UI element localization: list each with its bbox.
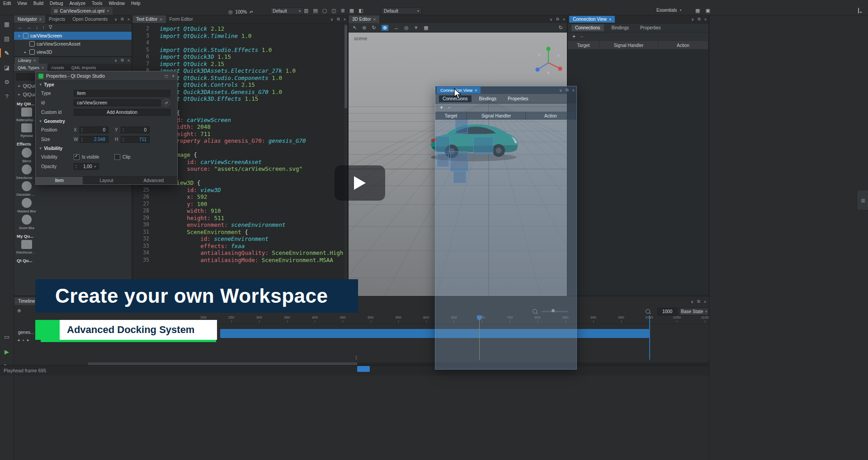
record-keyframe-icon[interactable]: ● xyxy=(22,338,24,342)
library-tab-qml-types[interactable]: QML Types× xyxy=(14,64,47,71)
chevron-down-icon[interactable]: ∨ xyxy=(559,88,562,93)
expand-plus-icon[interactable]: + xyxy=(18,92,20,97)
zoom-target-icon[interactable]: ◎ xyxy=(228,8,233,16)
float-panel-icon[interactable]: ⧉ xyxy=(337,17,340,22)
float-panel-icon[interactable]: ⧉ xyxy=(556,17,559,22)
toolbar-layout-icon[interactable]: ▣ xyxy=(705,8,710,14)
library-item-electriccar-27[interactable]: Electriccar_27... xyxy=(16,240,37,254)
workspace-grid-icon[interactable]: ▦ xyxy=(0,19,14,29)
zoom-in-icon[interactable] xyxy=(646,309,650,314)
id-input[interactable]: carViewScreen xyxy=(74,99,160,106)
arrow-down-icon[interactable]: ↓ xyxy=(36,24,38,30)
settings-gear-icon[interactable]: ⚙ xyxy=(0,76,14,87)
library-item-directional-blur[interactable]: Directional Blur xyxy=(16,164,37,180)
splitter-collapse-icon[interactable]: ∧∧ xyxy=(350,356,362,361)
zoom-stepper-icon[interactable]: ▴▾ xyxy=(250,8,253,16)
float-panel-icon[interactable]: ⧉ xyxy=(121,17,123,22)
menu-view[interactable]: View xyxy=(14,0,30,7)
chevron-down-icon[interactable]: ∨ xyxy=(691,300,694,304)
close-icon[interactable]: × xyxy=(33,58,36,63)
rotate-tool-icon[interactable]: ↻ xyxy=(372,25,376,31)
remove-connection-icon[interactable]: − xyxy=(448,104,451,111)
connection-table-body[interactable] xyxy=(568,49,708,296)
add-keyframe-icon[interactable]: ⊕ xyxy=(17,308,21,313)
floating-connection-tab-properties[interactable]: Properties xyxy=(504,95,532,102)
library-item-batterydisplay[interactable]: Batterydisplay xyxy=(16,108,37,122)
run-icon[interactable]: ▶ xyxy=(0,346,14,357)
axis-gizmo[interactable] xyxy=(533,45,565,76)
scrollbar-thumb[interactable] xyxy=(344,25,347,108)
chevron-down-icon[interactable]: ∨ xyxy=(39,146,42,150)
close-icon[interactable]: × xyxy=(344,17,346,22)
chevron-down-icon[interactable]: ∨ xyxy=(39,119,42,123)
add-connection-icon[interactable]: + xyxy=(440,104,443,111)
arrow-right-icon[interactable]: → xyxy=(27,24,32,30)
close-icon[interactable]: × xyxy=(373,17,376,22)
help-icon[interactable]: ? xyxy=(0,91,14,102)
library-item-rpmdial[interactable]: Rpmdial xyxy=(16,123,37,138)
snap-toggle-icon[interactable]: ◎ xyxy=(404,25,409,31)
close-icon[interactable]: × xyxy=(475,88,477,93)
connection-tab-bindings[interactable]: Bindings xyxy=(608,24,632,31)
float-panel-icon[interactable]: ⧉ xyxy=(698,17,700,22)
chevron-down-icon[interactable]: ∨ xyxy=(550,17,553,22)
add-connection-icon[interactable]: + xyxy=(572,33,576,40)
arrow-up-icon[interactable]: ↑ xyxy=(42,24,45,30)
library-tab-assets[interactable]: Assets xyxy=(47,64,68,71)
close-icon[interactable]: × xyxy=(160,17,162,22)
menu-analyze[interactable]: Analyze xyxy=(66,0,89,7)
dialog-tab-item[interactable]: Item xyxy=(36,177,83,184)
close-icon[interactable]: × xyxy=(704,17,707,22)
group-select-tool-icon[interactable]: ⊚ xyxy=(362,25,366,31)
clip-checkbox[interactable] xyxy=(114,154,120,160)
library-item-blend[interactable]: Blend xyxy=(16,148,37,163)
design-mode-icon[interactable]: ✎ xyxy=(0,47,14,58)
connection-table-body[interactable] xyxy=(435,120,576,369)
video-play-button[interactable] xyxy=(335,165,385,201)
library-item-zoom-blur[interactable]: Zoom Blur xyxy=(16,215,37,230)
maximize-icon[interactable]: □ xyxy=(165,74,168,79)
dialog-tab-layout[interactable]: Layout xyxy=(83,177,130,184)
menu-help[interactable]: Help xyxy=(128,0,144,7)
navigator-tab-projects[interactable]: Projects xyxy=(45,15,69,23)
filter-funnel-icon[interactable]: ∇ xyxy=(49,24,52,30)
menu-tools[interactable]: Tools xyxy=(89,0,105,7)
collapsed-dock-tab[interactable]: ▥ xyxy=(857,190,868,211)
tab-3d-editor[interactable]: 3D Editor × xyxy=(349,15,379,23)
menu-window[interactable]: Window xyxy=(105,0,128,7)
toolbar-grid-icon[interactable]: ▦ xyxy=(349,8,354,14)
add-annotation-button[interactable]: Add Annotation xyxy=(74,109,170,116)
chevron-down-icon[interactable]: ∨ xyxy=(114,58,118,63)
light-toggle-icon[interactable]: ☀ xyxy=(414,25,418,31)
library-tab-qml-imports[interactable]: QML Imports xyxy=(68,64,100,71)
editor-tab-form-editor[interactable]: Form Editor xyxy=(166,15,197,23)
library-header-tab[interactable]: Library × xyxy=(15,57,39,64)
connection-tab-properties[interactable]: Properties xyxy=(637,24,665,31)
float-panel-icon[interactable]: ⧉ xyxy=(121,58,123,63)
move-tool-icon[interactable]: ⊕ xyxy=(382,25,388,31)
menu-edit[interactable]: Edit xyxy=(0,0,14,7)
close-icon[interactable]: × xyxy=(127,17,130,22)
expand-arrow-icon[interactable]: ▸ xyxy=(23,50,28,54)
reset-icon[interactable]: ↺ xyxy=(162,99,170,107)
tree-item-carviewscreen[interactable]: ▾carViewScreen xyxy=(14,32,132,40)
close-icon[interactable]: × xyxy=(572,88,575,93)
chevron-down-icon[interactable]: ∨ xyxy=(39,83,42,86)
floating-connection-tab-bindings[interactable]: Bindings xyxy=(476,95,500,102)
workspace-select[interactable]: Essentials xyxy=(656,8,677,13)
navigator-tab-open-documents[interactable]: Open Documents xyxy=(69,15,111,23)
tab-connection-view[interactable]: Connection View × xyxy=(569,16,615,23)
tree-item-view3d[interactable]: ▸view3D xyxy=(14,48,132,56)
theme-select[interactable]: Default ▾ xyxy=(381,7,422,14)
workspace-screen-icon[interactable]: ▭ xyxy=(0,331,14,342)
close-icon[interactable]: × xyxy=(107,9,109,13)
document-tab[interactable]: ▤ CarViewScreen.ui.qml × xyxy=(51,7,113,15)
reset-view-icon[interactable]: ↻ xyxy=(559,25,563,31)
expand-plus-icon[interactable]: + xyxy=(18,84,20,89)
opacity-spinbox[interactable]: 1,00 ▾ xyxy=(74,163,99,170)
arrow-left-icon[interactable]: ← xyxy=(18,24,23,30)
style-select[interactable]: Default ▾ xyxy=(270,7,303,14)
x-spinbox[interactable]: 0 xyxy=(80,127,108,133)
code-editor[interactable]: import QtQuick 2.12import QtQuick.Timeli… xyxy=(153,23,344,296)
dialog-titlebar[interactable]: Properties - Qt Design Studio □ × xyxy=(36,71,177,81)
